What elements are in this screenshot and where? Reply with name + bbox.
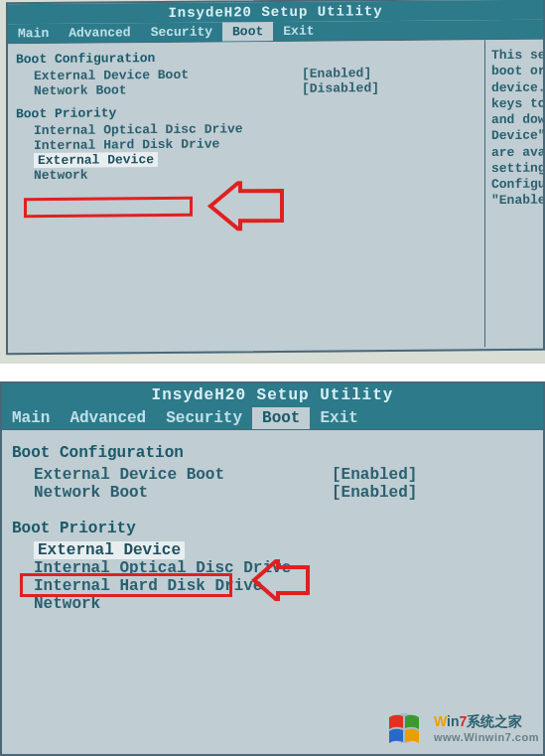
help-line: boot orde — [491, 64, 541, 80]
config-value: [Enabled] — [332, 466, 417, 484]
menu-exit[interactable]: Exit — [273, 22, 324, 41]
config-value: [Disabled] — [302, 80, 379, 96]
config-network-boot[interactable]: Network Boot [Enabled] — [12, 484, 533, 502]
boot-priority-item[interactable]: Internal Hard Disk Drive — [12, 577, 533, 595]
boot-priority-heading: Boot Priority — [16, 102, 477, 121]
menu-main[interactable]: Main — [2, 407, 60, 429]
config-label: Network Boot — [34, 484, 332, 502]
config-label: External Device Boot — [34, 466, 332, 484]
bios-screenshot-after: InsydeH20 Setup Utility Main Advanced Se… — [0, 381, 545, 756]
bios-title: InsydeH20 Setup Utility — [2, 383, 543, 407]
help-line: Device" a — [491, 128, 541, 145]
bios-help-pane: This sett boot orde device. U keys to m … — [485, 40, 543, 348]
bios-window: InsydeH20 Setup Utility Main Advanced Se… — [6, 0, 545, 355]
menu-exit[interactable]: Exit — [310, 407, 367, 429]
boot-priority-heading: Boot Priority — [12, 520, 533, 537]
bios-menu-bar: Main Advanced Security Boot Exit — [2, 407, 543, 430]
brand-w: W — [434, 713, 447, 729]
watermark: Win7系统之家 www.Winwin7.com — [378, 702, 539, 754]
config-value: [Enabled] — [332, 484, 417, 502]
help-line: Configura — [491, 177, 541, 194]
help-line: This sett — [491, 48, 541, 65]
watermark-url: www.Winwin7.com — [434, 731, 539, 743]
boot-priority-item[interactable]: Network — [12, 595, 533, 613]
arrow-icon — [204, 181, 284, 231]
bios-window: InsydeH20 Setup Utility Main Advanced Se… — [0, 381, 545, 756]
menu-advanced[interactable]: Advanced — [60, 407, 156, 429]
boot-priority-item[interactable]: Network — [16, 164, 477, 183]
help-line: keys to m — [491, 95, 541, 112]
menu-boot[interactable]: Boot — [252, 407, 310, 429]
boot-priority-item-selected[interactable]: External Device — [12, 541, 533, 559]
bios-screenshot-before: InsydeH20 Setup Utility Main Advanced Se… — [0, 0, 545, 364]
help-line: device. U — [491, 79, 541, 96]
highlight-box — [24, 197, 193, 218]
menu-boot[interactable]: Boot — [222, 22, 273, 41]
menu-main[interactable]: Main — [8, 24, 59, 43]
boot-config-heading: Boot Configuration — [16, 48, 477, 67]
help-line: "Enabled" — [491, 193, 541, 210]
boot-config-heading: Boot Configuration — [12, 444, 533, 462]
config-external-device-boot[interactable]: External Device Boot [Enabled] — [12, 466, 533, 484]
brand-in: in — [447, 713, 459, 729]
config-label: Network Boot — [34, 81, 302, 98]
config-value: [Enabled] — [302, 66, 371, 81]
windows-logo-icon — [378, 702, 430, 754]
brand-cn: 系统之家 — [467, 713, 522, 729]
watermark-text: Win7系统之家 www.Winwin7.com — [434, 713, 539, 743]
menu-advanced[interactable]: Advanced — [59, 23, 140, 43]
boot-priority-item[interactable]: Internal Optical Disc Drive — [12, 559, 533, 577]
help-line: and down. — [491, 112, 541, 129]
menu-security[interactable]: Security — [156, 407, 252, 429]
menu-security[interactable]: Security — [141, 22, 222, 42]
help-line: are avail — [491, 144, 541, 161]
bios-main-pane: Boot Configuration External Device Boot … — [8, 40, 485, 351]
help-line: setting i — [491, 160, 541, 177]
